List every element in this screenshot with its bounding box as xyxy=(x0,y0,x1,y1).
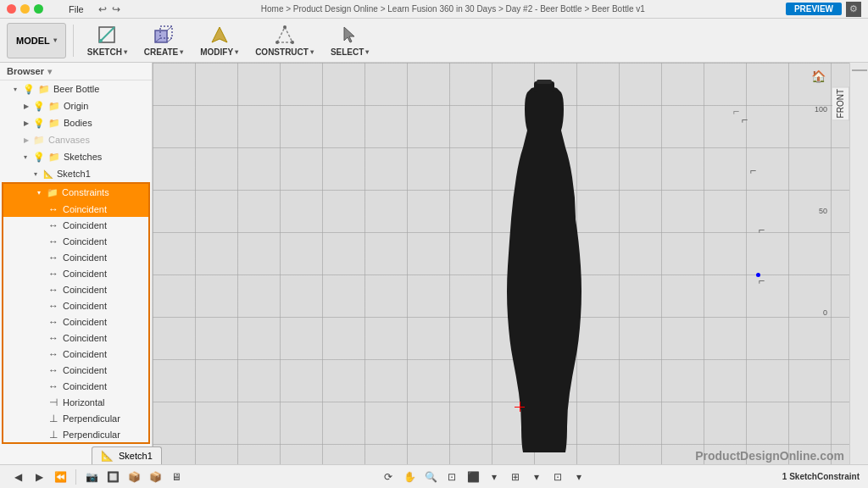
constraint-item-10[interactable]: ↔ Coincident xyxy=(3,346,148,362)
constraint-item-coincident-first[interactable]: ↔ Coincident xyxy=(3,201,148,217)
tool-3[interactable]: 📦 xyxy=(146,468,164,486)
create-label: CREATE ▾ xyxy=(144,47,183,57)
coincident-icon: ↔ xyxy=(47,348,59,360)
lightbulb-icon: 💡 xyxy=(33,101,45,112)
coincident-icon: ↔ xyxy=(47,284,59,296)
nav-back-button[interactable]: ◀ xyxy=(8,468,27,486)
pan-button[interactable]: ✋ xyxy=(400,468,419,486)
constraint-label: Coincident xyxy=(63,269,107,279)
redo-button[interactable]: ↪ xyxy=(112,3,120,15)
maximize-button[interactable] xyxy=(34,4,43,14)
camera-button[interactable]: 📷 xyxy=(82,468,101,486)
preview-button[interactable]: PREVIEW xyxy=(786,3,842,15)
sketch-icon: 📐 xyxy=(43,169,53,179)
display-options[interactable]: ▾ xyxy=(485,468,504,486)
constraint-item-5[interactable]: ↔ Coincident xyxy=(3,265,148,281)
coincident-icon: ↔ xyxy=(47,203,59,215)
constraint-item-4[interactable]: ↔ Coincident xyxy=(3,249,148,265)
grid-options-2[interactable]: ▾ xyxy=(527,468,546,486)
zoom-button[interactable]: 🔍 xyxy=(421,468,440,486)
lightbulb-icon: 💡 xyxy=(23,84,35,95)
folder-icon: 📁 xyxy=(47,187,58,198)
file-menu[interactable]: File xyxy=(69,4,84,14)
nav-controls: ◀ ▶ ⏪ 📷 🔲 📦 📦 🖥 xyxy=(8,468,186,486)
constraint-marker-1: ⌐ xyxy=(741,114,748,126)
constraint-item-6[interactable]: ↔ Coincident xyxy=(3,281,148,297)
constraint-marker-2: ⌐ xyxy=(749,164,756,177)
constraint-item-perp2[interactable]: ⊥ Perpendicular xyxy=(3,426,148,442)
undo-button[interactable]: ↩ xyxy=(98,3,107,15)
expand-arrow: ▶ xyxy=(24,136,31,144)
svg-point-11 xyxy=(275,41,279,44)
coincident-icon: ↔ xyxy=(47,380,59,392)
view-cube-button[interactable]: ⬛ xyxy=(464,468,482,486)
constraints-group: ▾ 📁 Constraints ↔ Coincident ↔ Coinciden… xyxy=(2,182,150,444)
browser-toggle[interactable]: ▾ xyxy=(47,67,52,76)
constraint-item-2[interactable]: ↔ Coincident xyxy=(3,217,148,233)
tree-item-constraints[interactable]: ▾ 📁 Constraints xyxy=(3,184,148,201)
tree-item-beer-bottle[interactable]: ▾ 💡 📁 Beer Bottle xyxy=(0,80,152,97)
folder-icon: 📁 xyxy=(48,118,60,129)
constraint-item-11[interactable]: ↔ Coincident xyxy=(3,362,148,378)
nav-both-button[interactable]: ⏪ xyxy=(51,468,70,486)
constraint-item-perp1[interactable]: ⊥ Perpendicular xyxy=(3,410,148,426)
constraint-item-7[interactable]: ↔ Coincident xyxy=(3,297,148,313)
tree-item-origin[interactable]: ▶ 💡 📁 Origin xyxy=(0,97,152,114)
undo-redo-group[interactable]: ↩ ↪ xyxy=(98,3,120,15)
constraint-marker-3: ⌐ xyxy=(758,224,765,236)
home-icon[interactable]: 🏠 xyxy=(811,69,826,83)
constraint-label: Coincident xyxy=(63,220,107,230)
constraint-item-8[interactable]: ↔ Coincident xyxy=(3,313,148,330)
perpendicular-icon: ⊥ xyxy=(47,413,59,424)
coincident-icon: ↔ xyxy=(47,236,59,247)
grid-options[interactable]: ⊞ xyxy=(506,468,525,486)
tool-1[interactable]: 🔲 xyxy=(103,468,122,486)
settings-button[interactable]: ⚙ xyxy=(846,2,861,17)
coincident-icon: ↔ xyxy=(47,332,59,344)
construct-chevron: ▾ xyxy=(310,48,314,56)
constraint-label: Coincident xyxy=(63,301,107,311)
create-tool[interactable]: CREATE ▾ xyxy=(137,22,190,59)
minimize-button[interactable] xyxy=(20,4,30,14)
fit-button[interactable]: ⊡ xyxy=(442,468,461,486)
ruler-50: 50 xyxy=(819,207,827,215)
tree-item-bodies[interactable]: ▶ 💡 📁 Bodies xyxy=(0,114,152,131)
more-chevron[interactable]: ▾ xyxy=(570,468,588,486)
constraint-item-12[interactable]: ↔ Coincident xyxy=(3,378,148,394)
svg-line-8 xyxy=(277,27,285,42)
coincident-icon: ↔ xyxy=(47,316,59,328)
modify-label: MODIFY ▾ xyxy=(200,47,238,57)
constraint-item-3[interactable]: ↔ Coincident xyxy=(3,233,148,249)
construct-tool[interactable]: CONSTRUCT ▾ xyxy=(248,22,320,59)
constraint-label: Horizontal xyxy=(63,397,105,408)
tool-2[interactable]: 📦 xyxy=(125,468,143,486)
sketch-tab[interactable]: 📐 Sketch1 xyxy=(92,446,162,464)
tree-item-sketch1[interactable]: ▾ 📐 Sketch1 xyxy=(0,165,152,182)
constraint-label: Coincident xyxy=(63,381,107,391)
nav-forward-button[interactable]: ▶ xyxy=(30,468,48,486)
tree-label: Sketch1 xyxy=(57,169,91,179)
mac-titlebar: File ↩ ↪ Home > Product Design Online > … xyxy=(0,0,868,19)
tool-4[interactable]: 🖥 xyxy=(167,468,186,486)
tree-item-sketches[interactable]: ▾ 💡 📁 Sketches xyxy=(0,148,152,165)
select-tool[interactable]: SELECT ▾ xyxy=(324,22,376,59)
right-panel-divider xyxy=(852,69,867,71)
front-label: FRONT xyxy=(832,86,849,120)
3d-viewport[interactable]: ⌐ ⌐ ⌐ ⌐ ⌐ 🏠 FRONT 100 50 0 xyxy=(153,63,849,464)
expand-arrow: ▶ xyxy=(24,119,31,127)
model-button[interactable]: MODEL ▾ xyxy=(7,23,66,58)
coincident-icon: ↔ xyxy=(47,252,59,263)
browser-label: Browser xyxy=(7,66,44,76)
constraint-item-9[interactable]: ↔ Coincident xyxy=(3,330,148,346)
sketch-tool[interactable]: SKETCH ▾ xyxy=(81,22,134,59)
tree-item-canvases[interactable]: ▶ 📁 Canvases xyxy=(0,131,152,148)
more-options[interactable]: ⊡ xyxy=(548,468,567,486)
svg-marker-14 xyxy=(344,27,354,42)
status-text: 1 SketchConstraint xyxy=(782,472,860,481)
orbit-button[interactable]: ⟳ xyxy=(379,468,398,486)
close-button[interactable] xyxy=(7,4,16,14)
constraint-item-horizontal[interactable]: ⊣ Horizontal xyxy=(3,394,148,410)
tree-label: Canvases xyxy=(48,135,90,145)
modify-tool[interactable]: MODIFY ▾ xyxy=(193,22,245,59)
tree-label: Sketches xyxy=(64,152,102,162)
